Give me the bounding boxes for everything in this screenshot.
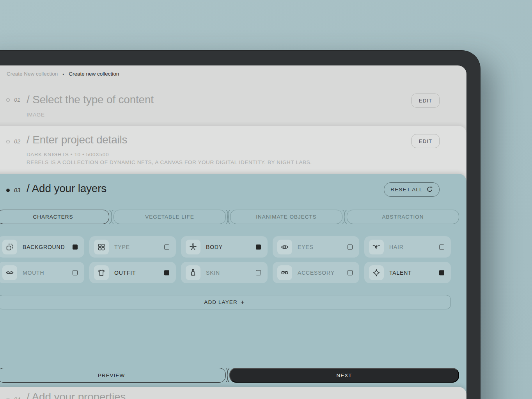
hair-icon: [369, 240, 384, 254]
add-layer-label: ADD LAYER: [204, 299, 237, 305]
undo-rotate-icon: [426, 186, 433, 193]
layer-chip-label: MOUTH: [23, 270, 44, 276]
layer-chip-outfit[interactable]: OUTFIT: [89, 262, 176, 283]
step1-marker-group: 01: [6, 97, 21, 103]
layer-chip-skin[interactable]: SKIN: [181, 262, 268, 283]
step2-number: 02: [14, 138, 21, 145]
layer-chip-accessory[interactable]: ACCESSORY: [273, 262, 359, 283]
step2-edit-button[interactable]: EDIT: [411, 134, 440, 148]
breadcrumb-current: Create new collection: [69, 71, 119, 77]
layer-chip-talent[interactable]: TALENT: [364, 262, 451, 283]
mouth-icon: [2, 265, 17, 280]
step2-title: / Enter project details: [27, 134, 127, 146]
tab-connector: [226, 210, 230, 224]
tab-characters[interactable]: CHARACTERS: [0, 210, 109, 224]
tab-vegetable-life[interactable]: VEGETABLE LIFE: [113, 210, 226, 224]
layer-chip-body[interactable]: BODY: [181, 236, 268, 258]
preview-button[interactable]: PREVIEW: [0, 368, 226, 383]
step4-number: 04: [14, 396, 21, 399]
layer-selected-indicator: [73, 270, 78, 275]
tab-inanimate-objects[interactable]: INANIMATE OBJECTS: [230, 210, 342, 224]
layer-chip-label: EYES: [298, 244, 314, 250]
reset-all-button[interactable]: RESET ALL: [384, 182, 440, 197]
step1-edit-button[interactable]: EDIT: [411, 94, 440, 108]
outfit-icon: [94, 265, 109, 280]
background-icon: [2, 240, 17, 254]
talent-icon: [369, 265, 384, 280]
step1-number: 01: [14, 97, 21, 103]
eyes-icon: [277, 240, 292, 254]
layer-selected-indicator: [256, 244, 261, 249]
step3-number: 03: [14, 187, 21, 193]
step4-marker-group: 04: [6, 396, 21, 399]
layer-selected-indicator: [439, 244, 444, 249]
step3-title: / Add your layers: [27, 182, 106, 195]
layer-chip-type[interactable]: TYPE: [89, 236, 176, 258]
step3-footer: PREVIEW NEXT: [0, 368, 459, 383]
layer-chip-label: BACKGROUND: [23, 244, 65, 250]
layer-chip-label: TYPE: [114, 244, 130, 250]
layer-selected-indicator: [439, 270, 444, 275]
layer-chip-label: OUTFIT: [114, 270, 136, 276]
layer-chip-background[interactable]: BACKGROUND: [0, 236, 84, 258]
step1-value: IMAGE: [27, 112, 45, 118]
step4-marker-icon: [6, 398, 10, 399]
step1-marker-icon: [6, 98, 10, 102]
body-icon: [186, 240, 200, 254]
layer-chip-grid: BACKGROUND TYPE: [0, 236, 451, 283]
layer-chip-label: TALENT: [389, 270, 411, 276]
app-screen: Create New collection • Create new colle…: [0, 65, 466, 399]
step3-marker-icon: [6, 189, 10, 192]
layer-selected-indicator: [164, 244, 169, 249]
step2-meta: DARK KNIGHTS • 10 • 500X500: [27, 152, 109, 157]
step4-title: / Add your properties: [27, 391, 126, 399]
layer-chip-label: BODY: [206, 244, 223, 250]
next-button[interactable]: NEXT: [229, 368, 459, 383]
layer-chip-label: ACCESSORY: [298, 270, 335, 276]
tab-abstraction[interactable]: ABSTRACTION: [347, 210, 459, 224]
layer-selected-indicator: [348, 270, 353, 275]
layer-selected-indicator: [256, 270, 261, 275]
step2-marker-group: 02: [6, 138, 21, 145]
tab-connector: [109, 210, 113, 224]
layer-chip-eyes[interactable]: EYES: [273, 236, 359, 258]
device-frame: Create New collection • Create new colle…: [0, 50, 481, 399]
breadcrumb-separator-dot: •: [62, 72, 64, 76]
plus-icon: +: [241, 298, 245, 306]
step2-marker-icon: [6, 140, 10, 143]
layer-chip-label: SKIN: [206, 270, 220, 276]
layer-chip-hair[interactable]: HAIR: [364, 236, 451, 258]
layer-selected-indicator: [348, 244, 353, 249]
step3-panel: 03 / Add your layers RESET ALL CHARACTER…: [0, 174, 466, 399]
step1-title: / Select the type of content: [27, 94, 154, 106]
breadcrumb-previous[interactable]: Create New collection: [7, 71, 58, 77]
layer-selected-indicator: [73, 244, 78, 249]
step4-panel: 04 / Add your properties: [0, 387, 466, 399]
reset-all-label: RESET ALL: [390, 187, 423, 192]
category-tabs: CHARACTERS VEGETABLE LIFE INANIMATE OBJE…: [0, 210, 459, 224]
button-connector: [226, 368, 229, 383]
step2-description: REBELS IS A COLLECTION OF DYNAMIC NFTS, …: [27, 159, 312, 165]
tab-connector: [342, 210, 347, 224]
breadcrumb: Create New collection • Create new colle…: [7, 71, 119, 77]
layer-selected-indicator: [164, 270, 169, 275]
add-layer-button[interactable]: ADD LAYER +: [0, 295, 451, 309]
skin-icon: [186, 265, 200, 280]
layer-chip-mouth[interactable]: MOUTH: [0, 262, 84, 283]
accessory-icon: [277, 265, 292, 280]
layer-chip-label: HAIR: [389, 244, 404, 250]
step3-marker-group: 03: [6, 187, 21, 193]
type-icon: [94, 240, 109, 254]
